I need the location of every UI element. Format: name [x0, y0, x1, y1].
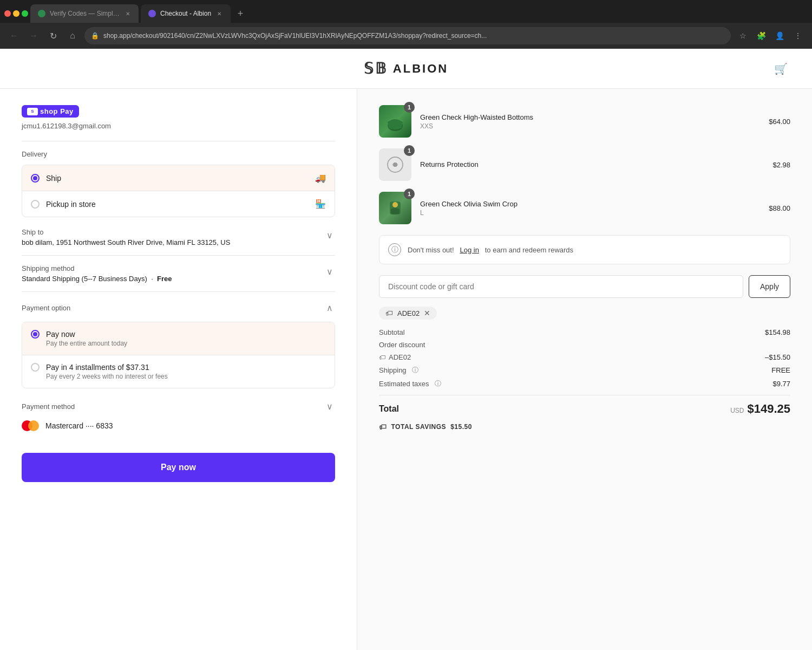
ship-to-content: Ship to bob dilam, 1951 Northwest South … [22, 228, 324, 246]
payment-method-row: Mastercard ···· 6833 [22, 420, 335, 431]
subtotal-value: $154.98 [765, 328, 790, 336]
shop-pay-icon: S [27, 108, 38, 115]
summary-discount-code-row: 🏷 ADE02 –$15.50 [379, 353, 790, 361]
delivery-options: Ship 🚚 Pickup in store 🏪 [22, 165, 335, 217]
nav-forward-btn[interactable]: → [26, 28, 41, 43]
svg-point-4 [392, 202, 398, 207]
item-image-wrap-2: 1 [379, 192, 411, 224]
payment-method-label: Payment method [22, 402, 75, 411]
discount-amount: –$15.50 [765, 353, 790, 361]
total-amount: $149.25 [747, 402, 790, 416]
checkout-layout: S shop Pay jcmu1.612198.3@gmail.com Deli… [0, 89, 812, 650]
tab-bar: Verify Codes — SimplyCodes ✕ Checkout - … [0, 0, 812, 23]
payment-method-chevron[interactable]: ∨ [324, 399, 335, 414]
installments-label: Pay in 4 installments of $37.31 [46, 363, 326, 372]
shipping-info-icon: ⓘ [412, 366, 418, 375]
discount-row: Apply [379, 275, 790, 298]
delivery-option-ship[interactable]: Ship 🚚 [22, 165, 335, 191]
installments-desc: Pay every 2 weeks with no interest or fe… [46, 373, 326, 380]
cart-icon: 🛒 [774, 62, 788, 75]
payment-option-pay-now-text: Pay now Pay the entire amount today [46, 330, 326, 347]
order-item-0: 1 Green Check High-Waisted Bottoms XXS $… [379, 105, 790, 138]
window-close-btn[interactable] [4, 10, 11, 17]
extensions-btn[interactable]: 🧩 [754, 28, 769, 43]
item-price-0: $64.00 [769, 118, 790, 126]
window-maximize-btn[interactable] [22, 10, 28, 17]
rewards-text-after: to earn and redeem rewards [485, 246, 573, 254]
taxes-info-icon: ⓘ [435, 379, 441, 388]
shipping-method-chevron[interactable]: ∨ [324, 264, 335, 279]
radio-dot-ship [33, 176, 37, 180]
item-details-2: Green Check Olivia Swim Crop L [420, 200, 760, 217]
rewards-text: Don't miss out! Log in to earn and redee… [408, 246, 573, 254]
page-content: 𝕊𝔹 ALBION 🛒 S shop Pay jcmu1.612198.3@gm… [0, 49, 812, 650]
item-details-1: Returns Protection [420, 160, 764, 170]
shipping-method-content: Shipping method Standard Shipping (5--7 … [22, 264, 324, 283]
store-name: ALBION [393, 62, 448, 76]
item-badge-1: 1 [404, 145, 415, 156]
savings-tag-icon: 🏷 [379, 422, 387, 431]
item-variant-0: XXS [420, 122, 760, 130]
window-minimize-btn[interactable] [13, 10, 19, 17]
nav-reload-btn[interactable]: ↻ [45, 28, 61, 43]
taxes-label-wrap: Estimated taxes ⓘ [379, 379, 441, 388]
payment-option-installments[interactable]: Pay in 4 installments of $37.31 Pay ever… [22, 355, 335, 388]
savings-value: $15.50 [450, 423, 472, 431]
tab-close-verify[interactable]: ✕ [125, 10, 131, 17]
total-row: Total USD $149.25 [379, 402, 790, 416]
item-svg-2 [384, 197, 406, 219]
item-price-1: $2.98 [772, 161, 790, 169]
bookmark-btn[interactable]: ☆ [735, 28, 750, 43]
nav-back-btn[interactable]: ← [6, 28, 22, 43]
payment-option-chevron[interactable]: ∧ [324, 301, 335, 315]
store-header: 𝕊𝔹 ALBION 🛒 [0, 49, 812, 89]
apply-button[interactable]: Apply [749, 275, 790, 298]
discount-code-label: ADE02 [389, 353, 411, 361]
ship-icon: 🚚 [315, 173, 326, 183]
shipping-label: Shipping [379, 366, 407, 374]
lock-icon: 🔒 [91, 32, 99, 40]
payment-option-label: Payment option [22, 304, 70, 312]
radio-dot-pay-now [33, 332, 37, 336]
payment-option-pay-now[interactable]: Pay now Pay the entire amount today [22, 322, 335, 355]
pay-now-button[interactable]: Pay now [22, 453, 335, 482]
tab-close-checkout[interactable]: ✕ [215, 10, 223, 17]
order-discount-label: Order discount [379, 341, 425, 349]
delivery-option-pickup[interactable]: Pickup in store 🏪 [22, 191, 335, 217]
shipping-free-label: Free [157, 275, 172, 283]
nav-home-btn[interactable]: ⌂ [65, 28, 80, 43]
payment-method-section: Payment method ∨ Mastercard ···· 6833 [22, 399, 335, 431]
address-bar[interactable]: 🔒 shop.app/checkout/9021640/cn/Z2NwLXVzL… [84, 27, 731, 44]
order-summary: Subtotal $154.98 Order discount 🏷 ADE02 … [379, 328, 790, 431]
pay-now-label: Pay now [46, 330, 326, 339]
summary-subtotal-row: Subtotal $154.98 [379, 328, 790, 336]
discount-tag-icon: 🏷 [385, 309, 393, 317]
new-tab-button[interactable]: + [233, 6, 248, 21]
summary-shipping-row: Shipping ⓘ FREE [379, 366, 790, 375]
rewards-login-link[interactable]: Log in [460, 246, 479, 254]
window-controls [4, 10, 28, 17]
browser-window: Verify Codes — SimplyCodes ✕ Checkout - … [0, 0, 812, 650]
tab-checkout[interactable]: Checkout - Albion ✕ [141, 4, 231, 23]
item-badge-0: 1 [404, 102, 415, 113]
order-item-1: 1 Returns Protection $2.98 [379, 148, 790, 181]
shipping-method-label: Shipping method [22, 264, 324, 272]
divider-1 [22, 141, 335, 141]
profile-btn[interactable]: 👤 [772, 28, 787, 43]
discount-input[interactable] [379, 275, 743, 298]
tab-verify-codes[interactable]: Verify Codes — SimplyCodes ✕ [30, 4, 139, 23]
cart-button[interactable]: 🛒 [771, 59, 790, 79]
menu-btn[interactable]: ⋮ [790, 28, 806, 43]
tab-favicon-verify [38, 10, 45, 17]
shop-pay-badge: S shop Pay [22, 105, 79, 118]
ship-to-chevron[interactable]: ∨ [324, 228, 335, 243]
payment-option-header: Payment option ∧ [22, 301, 335, 315]
item-svg-0 [384, 110, 406, 132]
subtotal-label: Subtotal [379, 328, 405, 336]
discount-remove-button[interactable]: ✕ [424, 309, 430, 317]
tab-label-checkout: Checkout - Albion [160, 10, 211, 17]
url-text: shop.app/checkout/9021640/cn/Z2NwLXVzLWV… [103, 32, 724, 40]
checkout-left-panel: S shop Pay jcmu1.612198.3@gmail.com Deli… [0, 89, 357, 650]
radio-installments [31, 363, 40, 372]
checkout-right-panel: 1 Green Check High-Waisted Bottoms XXS $… [357, 89, 812, 650]
